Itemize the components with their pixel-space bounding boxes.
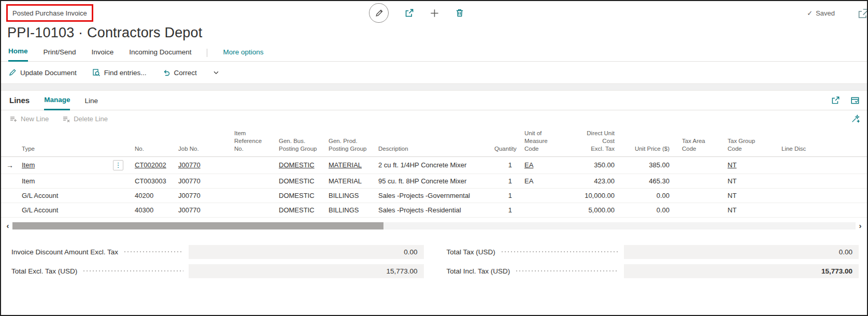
cell-tax-area-code[interactable] <box>675 174 720 188</box>
scroll-right-icon[interactable]: › <box>856 221 865 231</box>
update-document-button[interactable]: Update Document <box>8 68 77 77</box>
col-quantity[interactable]: Quantity <box>487 127 517 156</box>
cell-description[interactable]: 2 cu ft. 1/4HP Concrete Mixer <box>371 156 487 174</box>
edit-button[interactable] <box>369 3 389 23</box>
cell-type[interactable]: Item <box>15 174 127 188</box>
cell-no[interactable]: 40300 <box>127 203 171 217</box>
cell-quantity[interactable]: 1 <box>487 188 517 203</box>
col-job-no[interactable]: Job No. <box>171 127 227 156</box>
cell-description[interactable]: 95 cu. ft. 8HP Concrete Mixer <box>371 174 487 188</box>
cell-unit-price[interactable]: 465.30 <box>620 174 675 188</box>
col-tax-area-code[interactable]: Tax Area Code <box>675 127 720 156</box>
cell-job-no[interactable]: J00770 <box>171 188 227 203</box>
scrollbar-track[interactable] <box>12 222 856 229</box>
scrollbar-thumb[interactable] <box>12 222 383 229</box>
tab-incoming-document[interactable]: Incoming Document <box>129 48 191 61</box>
delete-line-button[interactable]: Delete Line <box>62 115 108 123</box>
cell-job-no[interactable]: J00770 <box>171 174 227 188</box>
new-line-button[interactable]: New Line <box>9 115 49 123</box>
cell-unit-price[interactable]: 0.00 <box>620 203 675 217</box>
delete-button[interactable] <box>455 8 464 18</box>
cell-tax-group-code[interactable]: NT <box>720 156 774 174</box>
tab-manage[interactable]: Manage <box>44 96 70 110</box>
add-button[interactable] <box>430 8 439 18</box>
tab-print-send[interactable]: Print/Send <box>44 48 76 61</box>
cell-gen-bus-posting-group[interactable]: DOMESTIC <box>272 156 321 174</box>
cell-item-reference-no[interactable] <box>227 156 272 174</box>
cell-gen-prod-posting-group[interactable]: MATERIAL <box>321 156 371 174</box>
tab-line[interactable]: Line <box>84 97 98 110</box>
designer-icon <box>851 114 860 123</box>
cell-gen-prod-posting-group[interactable]: BILLINGS <box>321 203 371 217</box>
cell-no[interactable]: CT003003 <box>127 174 171 188</box>
detach-icon[interactable] <box>858 8 868 19</box>
cell-gen-bus-posting-group[interactable]: DOMESTIC <box>272 188 321 203</box>
cell-gen-prod-posting-group[interactable]: BILLINGS <box>321 188 371 203</box>
col-type[interactable]: Type <box>15 127 127 156</box>
cell-type[interactable]: G/L Account <box>15 188 127 203</box>
cell-unit-of-measure-code[interactable] <box>517 203 567 217</box>
cell-gen-bus-posting-group[interactable]: DOMESTIC <box>272 174 321 188</box>
cell-tax-group-code[interactable]: NT <box>720 203 774 217</box>
col-line-discount[interactable]: Line Disc <box>774 127 867 156</box>
cell-direct-unit-cost[interactable]: 423.00 <box>567 174 620 188</box>
cell-tax-group-code[interactable]: NT <box>720 174 774 188</box>
new-line-icon <box>9 115 18 123</box>
cell-tax-area-code[interactable] <box>675 203 720 217</box>
cell-line-discount[interactable] <box>774 156 867 174</box>
cell-description[interactable]: Sales -Projects -Residential <box>371 203 487 217</box>
col-gen-bus-posting-group[interactable]: Gen. Bus. Posting Group <box>272 127 321 156</box>
cell-item-reference-no[interactable] <box>227 203 272 217</box>
tab-home[interactable]: Home <box>8 47 28 62</box>
cell-unit-of-measure-code[interactable]: EA <box>517 174 567 188</box>
col-tax-group-code[interactable]: Tax Group Code <box>720 127 774 156</box>
share-button[interactable] <box>404 8 414 18</box>
cell-job-no[interactable]: J00770 <box>171 156 227 174</box>
cell-no[interactable]: CT002002 <box>127 156 171 174</box>
popout-icon[interactable] <box>850 96 860 105</box>
col-no[interactable]: No. <box>127 127 171 156</box>
cell-unit-price[interactable]: 0.00 <box>620 188 675 203</box>
col-unit-of-measure-code[interactable]: Unit of Measure Code <box>517 127 567 156</box>
cell-direct-unit-cost[interactable]: 350.00 <box>567 156 620 174</box>
row-menu-icon[interactable]: ⋮ <box>113 160 123 170</box>
cell-unit-of-measure-code[interactable]: EA <box>517 156 567 174</box>
breadcrumb[interactable]: Posted Purchase Invoice <box>12 9 87 17</box>
cell-item-reference-no[interactable] <box>227 188 272 203</box>
scroll-left-icon[interactable]: ‹ <box>3 221 12 231</box>
cell-tax-area-code[interactable] <box>675 188 720 203</box>
cell-quantity[interactable]: 1 <box>487 203 517 217</box>
trash-icon <box>455 8 464 18</box>
chevron-down-icon[interactable] <box>212 69 220 76</box>
cell-gen-prod-posting-group[interactable]: MATERIAL <box>321 174 371 188</box>
cell-type[interactable]: Item ⋮ <box>15 156 127 174</box>
cell-gen-bus-posting-group[interactable]: DOMESTIC <box>272 203 321 217</box>
find-entries-button[interactable]: Find entries... <box>92 68 147 77</box>
designer-button[interactable] <box>851 114 860 123</box>
cell-unit-price[interactable]: 385.00 <box>620 156 675 174</box>
col-unit-price[interactable]: Unit Price ($) <box>620 127 675 156</box>
more-options[interactable]: More options <box>223 48 263 61</box>
col-item-reference-no[interactable]: Item Reference No. <box>227 127 272 156</box>
cell-line-discount[interactable] <box>774 188 867 203</box>
col-direct-unit-cost[interactable]: Direct Unit Cost Excl. Tax <box>567 127 620 156</box>
cell-item-reference-no[interactable] <box>227 174 272 188</box>
cell-direct-unit-cost[interactable]: 10,000.00 <box>567 188 620 203</box>
cell-type[interactable]: G/L Account <box>15 203 127 217</box>
cell-line-discount[interactable] <box>774 203 867 217</box>
cell-unit-of-measure-code[interactable] <box>517 188 567 203</box>
col-description[interactable]: Description <box>371 127 487 156</box>
col-gen-prod-posting-group[interactable]: Gen. Prod. Posting Group <box>321 127 371 156</box>
cell-tax-group-code[interactable]: NT <box>720 188 774 203</box>
cell-quantity[interactable]: 1 <box>487 156 517 174</box>
cell-no[interactable]: 40200 <box>127 188 171 203</box>
correct-button[interactable]: Correct <box>162 68 197 77</box>
tab-invoice[interactable]: Invoice <box>92 48 114 61</box>
cell-job-no[interactable]: J00770 <box>171 203 227 217</box>
cell-tax-area-code[interactable] <box>675 156 720 174</box>
cell-line-discount[interactable] <box>774 174 867 188</box>
cell-quantity[interactable]: 1 <box>487 174 517 188</box>
share-icon[interactable] <box>831 96 840 105</box>
cell-direct-unit-cost[interactable]: 5,000.00 <box>567 203 620 217</box>
cell-description[interactable]: Sales -Projects -Governmental <box>371 188 487 203</box>
